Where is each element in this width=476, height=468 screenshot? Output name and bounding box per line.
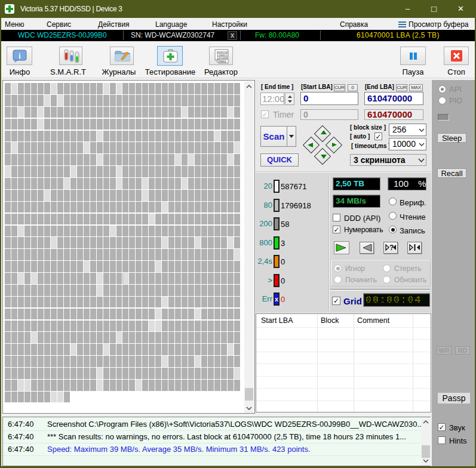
svg-text:?: ? xyxy=(389,244,394,252)
svg-text:0001: 0001 xyxy=(219,60,226,64)
